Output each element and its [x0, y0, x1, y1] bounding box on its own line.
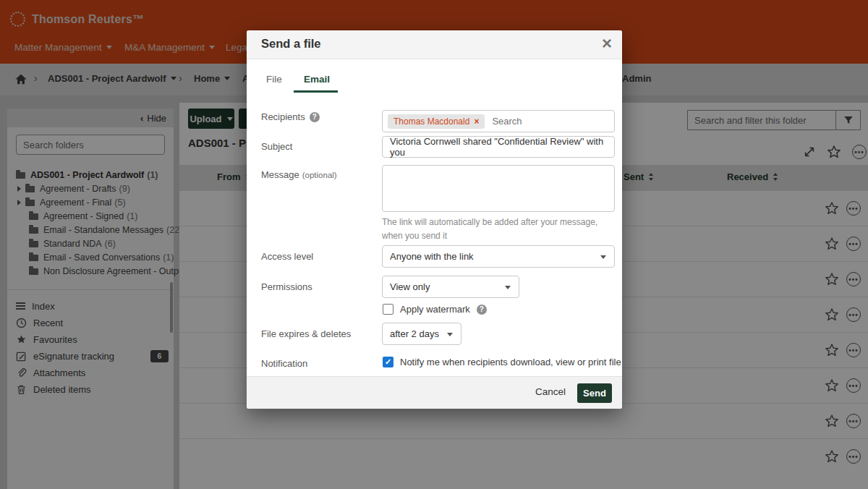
recipients-input[interactable]: Thomas Macdonald × Search [382, 110, 615, 132]
recipient-chip: Thomas Macdonald × [388, 114, 485, 129]
remove-recipient-icon[interactable]: × [474, 116, 479, 127]
chevron-down-icon [505, 286, 511, 289]
app-root: Thomson Reuters™ Matter Management M&A M… [0, 0, 868, 489]
send-a-file-modal: Send a file × File Email Recipients ? Th… [247, 30, 622, 409]
checkbox-checked[interactable]: ✓ [383, 357, 393, 367]
cancel-button[interactable]: Cancel [535, 386, 566, 397]
help-icon[interactable]: ? [477, 305, 487, 315]
checkbox-unchecked[interactable] [383, 304, 393, 315]
notification-label: Notification [261, 358, 307, 369]
expires-label: File expires & deletes [261, 328, 351, 339]
modal-footer: Cancel Send [247, 376, 622, 409]
subject-label: Subject [261, 141, 292, 152]
tab-file[interactable]: File [266, 74, 282, 85]
message-label: Message (optional) [261, 169, 337, 180]
recipients-placeholder: Search [492, 116, 522, 127]
permissions-label: Permissions [261, 281, 312, 292]
notify-checkbox-row[interactable]: ✓ Notify me when recipients download, vi… [383, 357, 621, 367]
modal-header: Send a file × [247, 30, 622, 59]
modal-title: Send a file [261, 37, 321, 51]
apply-watermark-checkbox-row[interactable]: Apply watermark ? [383, 304, 487, 315]
tab-email[interactable]: Email [304, 74, 330, 85]
active-tab-underline [294, 90, 338, 93]
send-button[interactable]: Send [577, 383, 612, 403]
access-level-label: Access level [261, 251, 313, 262]
recipients-label: Recipients ? [261, 111, 320, 122]
access-level-select[interactable]: Anyone with the link [382, 245, 615, 268]
close-icon[interactable]: × [602, 33, 612, 54]
permissions-select[interactable]: View only [382, 276, 519, 298]
subject-input[interactable]: Victoria Cornwell shared "Confidential R… [382, 136, 615, 158]
chevron-down-icon [447, 333, 453, 336]
message-helper-text: The link will automatically be added aft… [382, 216, 615, 242]
help-icon[interactable]: ? [310, 112, 320, 122]
chevron-down-icon [600, 255, 606, 259]
expires-select[interactable]: after 2 days [382, 323, 461, 345]
message-textarea[interactable] [382, 165, 615, 212]
